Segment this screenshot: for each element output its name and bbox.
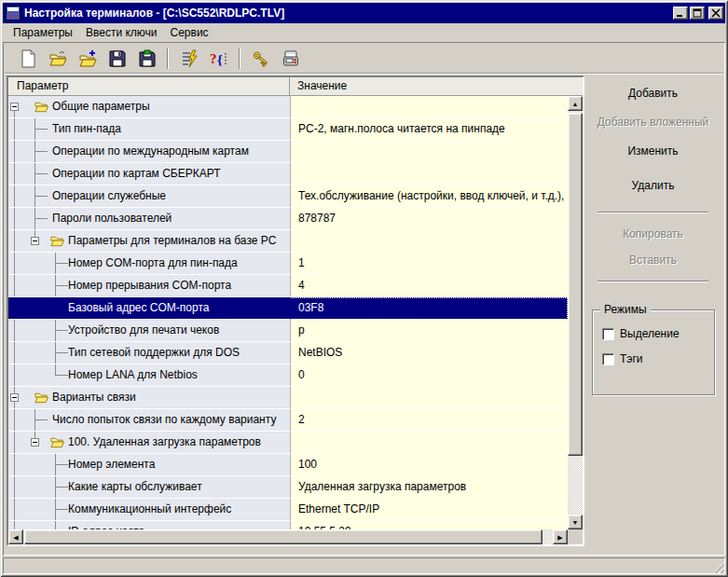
value-cell[interactable]: Тех.обслуживание (настройки, ввод ключей… [290,185,568,208]
table-row[interactable]: Номер прерывания COM-порта4 [8,275,568,297]
table-row[interactable]: Параметры для терминалов на базе PC [8,230,568,253]
table-row[interactable]: Число попыток связи по каждому варианту2 [8,409,568,432]
keys-button[interactable] [247,47,274,71]
menu-parameters[interactable]: Параметры [7,24,79,41]
value-cell[interactable]: 2 [290,409,568,432]
edit-button[interactable]: Изменить [594,140,712,162]
parameter-cell[interactable]: Номер элемента [8,454,290,476]
value-cell[interactable] [290,163,568,185]
table-row[interactable]: Общие параметры [8,96,568,118]
parameter-cell[interactable]: Операции служебные [8,185,290,208]
parameter-cell[interactable]: 100. Удаленная загрузка параметров [8,432,290,454]
collapse-minus-box[interactable] [10,393,19,402]
value-cell[interactable]: 878787 [290,208,568,230]
check-parameters-button[interactable] [175,47,202,71]
table-row[interactable]: Номер COM-порта для пин-пада1 [8,253,568,275]
horizontal-scroll-track[interactable] [23,529,553,544]
value-cell[interactable]: NetBIOS [290,342,568,364]
highlight-checkbox[interactable] [602,328,614,340]
table-row[interactable]: 100. Удаленная загрузка параметров [8,432,568,454]
save-as-button[interactable] [133,47,160,71]
collapse-minus-box[interactable] [31,237,39,245]
parameter-cell[interactable]: Пароли пользователей [8,208,290,230]
parameter-cell[interactable]: Какие карты обслуживает [8,476,290,499]
vertical-scroll-thumb[interactable] [568,113,583,456]
parameter-cell[interactable]: IP-адрес хоста [8,521,290,529]
parameter-cell[interactable]: Базовый адрес COM-порта [8,297,290,320]
column-header-value[interactable]: Значение [290,77,583,95]
table-row[interactable]: Варианты связи [8,387,568,409]
value-cell[interactable]: 4 [290,275,568,297]
parameter-cell[interactable]: Общие параметры [8,96,290,118]
vertical-scrollbar[interactable]: ▲ ▼ [568,96,583,529]
table-row[interactable]: Операции служебныеТех.обслуживание (наст… [8,185,568,208]
add-nested-button[interactable]: Добавить вложенный [594,111,712,133]
parameter-cell[interactable]: Тип сетевой поддержки для DOS [8,342,290,364]
table-row[interactable]: Коммуникационный интерфейсEthernet TCP/I… [8,499,568,521]
menu-service[interactable]: Сервис [164,24,215,41]
parameter-cell[interactable]: Устройство для печати чеков [8,320,290,342]
copy-button[interactable]: Копировать [594,223,712,245]
parameter-cell[interactable]: Номер прерывания COM-порта [8,275,290,297]
value-cell[interactable]: PC-2, магн.полоса читается на пинпаде [290,118,568,141]
value-cell[interactable] [290,432,568,454]
value-cell[interactable]: p [290,320,568,342]
value-cell[interactable] [290,387,568,409]
open-file-button[interactable] [44,47,71,71]
parameter-cell[interactable]: Номер LANA для Netbios [8,364,290,387]
parameter-cell[interactable]: Операции по международным картам [8,141,290,163]
vertical-scroll-track[interactable] [568,111,583,515]
value-cell[interactable]: 100 [290,454,568,476]
paste-button[interactable]: Вставить [594,249,712,271]
value-cell[interactable] [290,230,568,253]
open-file-add-button[interactable] [74,47,101,71]
parameter-cell[interactable]: Варианты связи [8,387,290,409]
table-row[interactable]: Номер LANA для Netbios0 [8,364,568,387]
value-cell[interactable]: 03F8 [290,297,568,320]
parameter-cell[interactable]: Операции по картам СБЕРКАРТ [8,163,290,185]
value-cell[interactable]: 0 [290,364,568,387]
tags-checkbox[interactable] [602,353,614,365]
table-row[interactable]: Устройство для печати чековp [8,320,568,342]
value-cell[interactable]: 10.55.5.20 [290,521,568,529]
table-row[interactable]: IP-адрес хоста10.55.5.20 [8,521,568,529]
table-row[interactable]: Базовый адрес COM-порта03F8 [8,297,568,320]
resize-grip[interactable] [712,561,724,573]
tags-checkbox-row[interactable]: Тэги [602,352,643,365]
parameter-cell[interactable]: Число попыток связи по каждому варианту [8,409,290,432]
scroll-left-button[interactable]: ◀ [8,529,23,544]
value-cell[interactable] [290,96,568,118]
parameter-cell[interactable]: Тип пин-пада [8,118,290,141]
horizontal-scrollbar[interactable]: ◀ ▶ [8,529,568,544]
value-cell[interactable]: Ethernet TCP/IP [290,499,568,521]
value-cell[interactable] [290,141,568,163]
maximize-button[interactable] [690,7,705,20]
table-row[interactable]: Какие карты обслуживаетУдаленная загрузк… [8,476,568,499]
scroll-right-button[interactable]: ▶ [553,529,568,544]
menu-enter-keys[interactable]: Ввести ключи [79,24,164,41]
value-cell[interactable]: Удаленная загрузка параметров [290,476,568,499]
table-row[interactable]: Номер элемента100 [8,454,568,476]
terminal-device-button[interactable] [277,47,304,71]
table-row[interactable]: Пароли пользователей878787 [8,208,568,230]
collapse-minus-box[interactable] [10,103,19,111]
parameter-cell[interactable]: Коммуникационный интерфейс [8,499,290,521]
value-cell[interactable]: 1 [290,253,568,275]
table-row[interactable]: Тип сетевой поддержки для DOSNetBIOS [8,342,568,364]
save-button[interactable] [103,47,130,71]
scroll-down-button[interactable]: ▼ [568,515,583,529]
scroll-up-button[interactable]: ▲ [568,96,583,111]
close-button[interactable] [708,7,723,20]
column-header-parameter[interactable]: Параметр [8,77,290,95]
parameter-cell[interactable]: Параметры для терминалов на базе PC [8,230,290,253]
delete-button[interactable]: Удалить [594,174,712,197]
minimize-button[interactable] [673,7,688,20]
add-button[interactable]: Добавить [594,82,712,104]
help-syntax-button[interactable]: ? { [205,47,232,71]
collapse-minus-box[interactable] [31,438,39,446]
parameter-cell[interactable]: Номер COM-порта для пин-пада [8,253,290,275]
table-row[interactable]: Операции по международным картам [8,141,568,163]
table-row[interactable]: Тип пин-падаPC-2, магн.полоса читается н… [8,118,568,141]
new-document-button[interactable] [14,47,41,71]
highlight-checkbox-row[interactable]: Выделение [602,327,680,340]
